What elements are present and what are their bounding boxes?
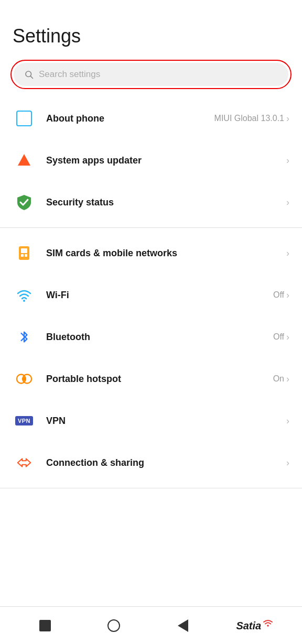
home-button[interactable] xyxy=(98,614,130,637)
hotspot-content: Portable hotspot xyxy=(46,374,273,385)
settings-item-security[interactable]: Security status › xyxy=(0,181,302,223)
connection-content: Connection & sharing xyxy=(46,457,286,468)
security-label: Security status xyxy=(46,197,286,208)
svg-rect-4 xyxy=(21,248,27,253)
hotspot-status: On xyxy=(273,374,284,384)
settings-item-sim[interactable]: SIM cards & mobile networks › xyxy=(0,232,302,274)
search-icon xyxy=(24,70,34,79)
settings-item-vpn[interactable]: VPN VPN › xyxy=(0,400,302,442)
chevron-icon: › xyxy=(286,113,289,124)
chevron-icon: › xyxy=(286,155,289,166)
vpn-label: VPN xyxy=(46,416,286,427)
back-button[interactable] xyxy=(167,614,199,637)
wifi-status: Off xyxy=(273,290,284,300)
recent-icon xyxy=(39,620,51,631)
page-header: Settings xyxy=(0,0,302,56)
search-placeholder: Search settings xyxy=(39,69,100,80)
hotspot-icon xyxy=(13,367,36,390)
svg-line-1 xyxy=(30,76,33,78)
svg-rect-6 xyxy=(25,254,27,257)
bluetooth-icon xyxy=(13,325,36,348)
arrow-up-icon xyxy=(13,149,36,172)
svg-rect-5 xyxy=(21,254,24,257)
chevron-icon: › xyxy=(286,374,289,385)
sim-content: SIM cards & mobile networks xyxy=(46,248,286,259)
chevron-icon: › xyxy=(286,416,289,427)
search-container[interactable]: Search settings xyxy=(10,60,292,89)
wifi-label: Wi-Fi xyxy=(46,290,273,301)
security-icon xyxy=(13,191,36,214)
settings-item-about-phone[interactable]: About phone MIUI Global 13.0.1 › xyxy=(0,97,302,139)
page-title: Settings xyxy=(13,25,289,47)
brand-name: Satia xyxy=(236,620,261,632)
chevron-icon: › xyxy=(286,457,289,468)
brand-logo: Satia xyxy=(236,619,273,632)
sim-label: SIM cards & mobile networks xyxy=(46,248,286,259)
settings-item-wifi[interactable]: Wi-Fi Off › xyxy=(0,274,302,316)
settings-item-hotspot[interactable]: Portable hotspot On › xyxy=(0,358,302,400)
security-right: › xyxy=(286,197,289,208)
settings-item-system-apps[interactable]: System apps updater › xyxy=(0,139,302,181)
recent-button[interactable] xyxy=(29,614,61,637)
vpn-right: › xyxy=(286,416,289,427)
vpn-icon: VPN xyxy=(13,409,36,432)
chevron-icon: › xyxy=(286,248,289,259)
vpn-badge-text: VPN xyxy=(15,416,33,425)
svg-marker-11 xyxy=(18,459,30,466)
sim-icon xyxy=(13,242,36,265)
bluetooth-content: Bluetooth xyxy=(46,332,273,343)
about-phone-content: About phone xyxy=(46,113,214,124)
svg-marker-2 xyxy=(18,154,30,166)
vpn-content: VPN xyxy=(46,416,286,427)
settings-item-bluetooth[interactable]: Bluetooth Off › xyxy=(0,316,302,358)
system-apps-right: › xyxy=(286,155,289,166)
wifi-icon xyxy=(13,283,36,307)
connection-label: Connection & sharing xyxy=(46,457,286,468)
brand-wifi-icon xyxy=(263,619,273,629)
chevron-icon: › xyxy=(286,197,289,208)
section-divider-bottom xyxy=(0,488,302,488)
phone-icon xyxy=(13,107,36,130)
system-apps-label: System apps updater xyxy=(46,155,286,166)
home-icon xyxy=(107,619,120,632)
back-icon xyxy=(178,619,188,632)
about-phone-label: About phone xyxy=(46,113,214,124)
svg-point-7 xyxy=(23,300,25,302)
wifi-content: Wi-Fi xyxy=(46,290,273,301)
connection-right: › xyxy=(286,457,289,468)
bluetooth-label: Bluetooth xyxy=(46,332,273,343)
bottom-nav: Satia xyxy=(0,606,302,644)
svg-point-12 xyxy=(267,625,269,627)
about-phone-subtitle: MIUI Global 13.0.1 xyxy=(214,114,284,123)
bluetooth-right: Off › xyxy=(273,332,289,343)
chevron-icon: › xyxy=(286,332,289,343)
connection-icon xyxy=(13,451,36,474)
system-apps-content: System apps updater xyxy=(46,155,286,166)
svg-point-10 xyxy=(22,377,26,381)
security-content: Security status xyxy=(46,197,286,208)
section-divider xyxy=(0,227,302,228)
bluetooth-status: Off xyxy=(273,332,284,342)
sim-right: › xyxy=(286,248,289,259)
about-phone-right: MIUI Global 13.0.1 › xyxy=(214,113,289,124)
settings-list: About phone MIUI Global 13.0.1 › System … xyxy=(0,97,302,488)
chevron-icon: › xyxy=(286,290,289,301)
search-bar[interactable]: Search settings xyxy=(14,63,288,86)
hotspot-label: Portable hotspot xyxy=(46,374,273,385)
settings-item-connection[interactable]: Connection & sharing › xyxy=(0,442,302,484)
wifi-right: Off › xyxy=(273,290,289,301)
hotspot-right: On › xyxy=(273,374,289,385)
